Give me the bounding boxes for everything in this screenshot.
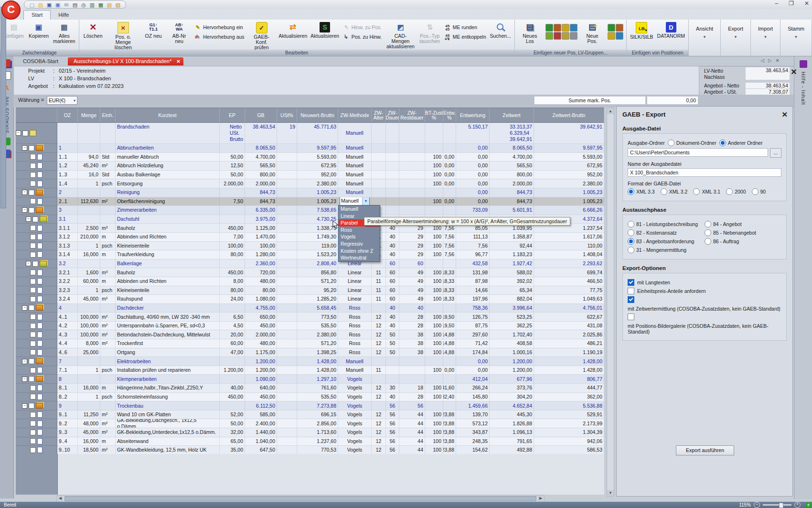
position-page-icon[interactable] [37,340,43,346]
row-checkbox[interactable] [29,305,34,311]
table-row[interactable]: −3Zimmererarbeiten6.335,007.538,65733,09… [16,206,604,215]
scroll-right-icon[interactable]: ▶ [537,496,544,502]
insert-tile-icon[interactable] [562,24,569,32]
insert-tile-icon[interactable] [554,24,561,32]
table-row[interactable]: 4..3100,000m²Betondachstein-Dachdeckung,… [16,330,604,339]
table-row[interactable]: −8Klempnerarbeiten1.090,001.297,10Vogels… [16,375,604,384]
table-row[interactable]: −3.2Balkenlage2.360,002.808,40Linear6060… [16,259,604,269]
output-path-field[interactable]: C:\Users\Peter\Documents [628,148,768,157]
radio-82---kostenansatz[interactable]: 82 - Kostenansatz [628,229,677,236]
row-checkbox[interactable] [30,181,36,186]
kopieren-button[interactable]: Kopieren [26,21,51,40]
radio-icon[interactable] [628,247,634,253]
export-run-button[interactable]: Export ausführen [676,445,734,455]
table-row[interactable]: 9..345,000m²GK-Bekleidung,Unterdecke,1x1… [16,428,604,437]
radio-anderer-ordner[interactable]: Anderer Ordner [719,140,763,146]
insert-tile-icon[interactable] [616,24,623,32]
table-row[interactable]: 3.2.260,000mAbbinden und Richten8,00480,… [16,277,604,286]
vertical-scrollbar-thumb[interactable] [0,7,6,208]
group-folder-icon[interactable] [36,358,43,364]
tree-collapse-icon[interactable]: − [16,130,21,136]
row-checkbox[interactable] [30,314,36,320]
hervorhebung-aus-button[interactable]: Hervorhebung aus [194,33,244,40]
column-header-neuwert-brutto[interactable]: Neuwert-Brutto [297,108,338,122]
row-checkbox[interactable] [30,198,36,204]
radio-icon[interactable] [726,188,733,195]
dropdown-item-vogels[interactable]: Vogels [339,233,380,240]
zw-methode-combobox[interactable]: Manuell▾ [340,197,370,206]
row-checkbox[interactable] [30,430,36,435]
position-page-icon[interactable] [37,314,43,320]
radio-icon[interactable] [668,140,674,146]
group-folder-icon[interactable] [36,145,43,151]
table-row[interactable]: 8..116,000mHängerinne,halbr.,Titan-Zinkb… [16,384,604,393]
ansicht-menu-button[interactable]: Ansicht▾ [690,21,719,44]
row-checkbox[interactable] [30,296,36,302]
new-file-icon[interactable]: ▢ [29,2,35,8]
checkbox-icon[interactable] [628,313,634,320]
gaeb-close-icon[interactable]: ✕ [781,110,788,119]
row-checkbox[interactable] [32,216,38,222]
column-header-gb[interactable]: GB [245,108,277,122]
aktualisieren-button[interactable]: Aktualisieren [277,21,309,40]
row-checkbox[interactable] [30,234,36,240]
insert-tile-icon[interactable] [570,24,577,32]
horizontal-scrollbar-thumb[interactable] [64,496,536,501]
column-header-ust[interactable]: USt% [277,108,297,122]
insert-tile-icon[interactable] [554,32,561,40]
table-row[interactable]: 2..1112,630m²Oberflächenreinigung7,50844… [16,197,604,206]
radio-icon[interactable] [719,140,726,146]
group-folder-icon[interactable] [36,207,43,213]
tree-collapse-icon[interactable]: − [22,305,27,311]
app-logo-icon[interactable]: C [1,0,21,20]
table-row[interactable]: 9..248,000m²GK-Bekleidung,Dachgesch., 1x… [16,419,604,428]
row-checkbox[interactable] [30,385,36,391]
pos.-o.-menge-löschen-button[interactable]: Pos. o. Menge löschen [106,21,141,51]
row-checkbox[interactable] [30,394,36,400]
vertical-scrollbar[interactable]: ▲ ▼ [607,108,614,497]
tab-cosoba-start[interactable]: COSOBA-Start [17,57,64,65]
subgroup-folder-icon[interactable] [40,216,47,222]
dropdown-item-wertneutral[interactable]: Wertneutral [339,254,380,261]
position-page-icon[interactable] [37,225,43,231]
dropdown-item-regressiv[interactable]: Regressiv [339,240,380,248]
position-page-icon[interactable] [37,162,43,169]
row-checkbox[interactable] [30,412,36,418]
löschen-button[interactable]: Löschen [81,21,106,40]
radio-2000[interactable]: 2000 [726,188,746,195]
table-row[interactable]: −2Reinigung844,731.005,23Manuell0,00844,… [16,188,604,197]
tab-prev-icon[interactable]: ◁ [760,58,764,63]
dropdown-item-ross[interactable]: Ross [339,227,380,234]
radio-icon[interactable] [705,229,711,236]
lv-root-icon[interactable] [30,130,36,136]
tree-collapse-icon[interactable]: − [22,403,27,409]
zoom-out-icon[interactable]: − [754,502,760,508]
column-header-zw-methode[interactable]: ZW-Methode [338,108,372,122]
tab-active-document[interactable]: Ausschreibungs-LV X 100-Brandschaden*✕ [68,57,183,65]
column-header-menge[interactable]: Menge [78,108,100,122]
row-checkbox[interactable] [30,163,36,169]
corner-add-icon[interactable]: + [806,502,811,508]
open-folder-icon[interactable]: ▨ [38,2,43,8]
position-page-icon[interactable] [37,429,43,435]
table-row[interactable]: 9..1018,500m²GK-Wandbekleidung, 12,5 mm,… [16,446,604,455]
position-page-icon[interactable] [37,447,43,453]
radio-83---angebotsanforderung[interactable]: 83 - Angebotsanforderung [628,238,694,245]
oz-neu-button[interactable]: OZ neu [141,21,166,40]
table-row[interactable]: −9Trockenbau6.112,507.273,88Vogels56561.… [16,401,604,411]
radio-icon[interactable] [705,221,711,227]
group-folder-icon[interactable] [36,376,43,382]
table-row[interactable]: 3.1.2210,000mAbbinden und Richten7,001.4… [16,233,604,242]
position-page-icon[interactable] [37,296,43,302]
email-icon[interactable]: ✉ [64,2,69,8]
tree-collapse-icon[interactable]: − [22,145,27,151]
table-row[interactable]: 4..1100,000m²Dachlattung, 40/60 mm, LW 3… [16,313,604,322]
radio-icon[interactable] [693,188,700,195]
radio-icon[interactable] [628,188,634,195]
option-einheitspreis-anteile-anfordern[interactable]: Einheitspreis-Anteile anfordern [628,288,781,294]
dropdown-item-kosten-ohne-z[interactable]: Kosten ohne Z [339,248,380,255]
row-checkbox[interactable] [32,261,38,267]
cad-mengen-aktualisieren-button[interactable]: CAD-Mengen aktualisieren [384,21,417,50]
table-row[interactable]: 3.2.31pschKleineisenteile80,0080,0095,20… [16,286,604,295]
help-content-label[interactable]: Hilfe - Inhalt [801,72,806,105]
